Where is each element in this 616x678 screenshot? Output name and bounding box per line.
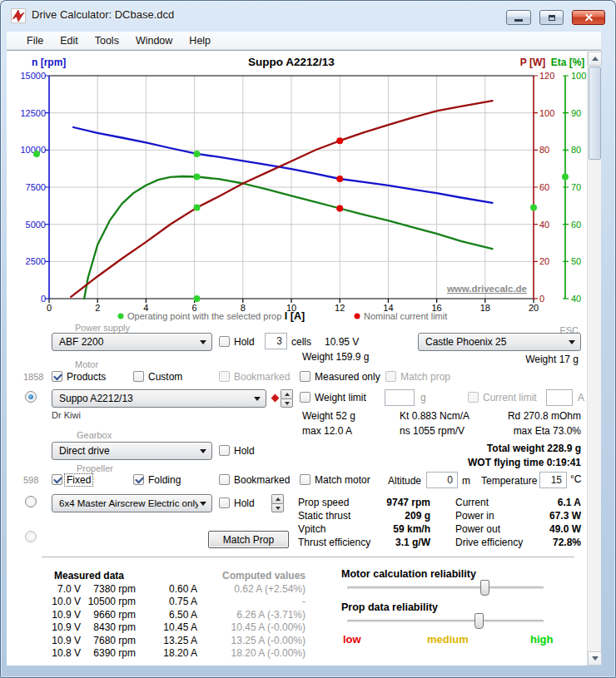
current-limit-checkbox[interactable]	[468, 392, 479, 403]
menu-item-tools[interactable]: Tools	[87, 33, 127, 48]
operating-point-marker	[194, 295, 201, 302]
slider-thumb[interactable]	[480, 580, 489, 596]
match-motor-checkbox[interactable]	[300, 474, 310, 485]
computed-values-header: Computed values	[222, 570, 306, 581]
content-area: 0250050007500100001250015000024681012141…	[7, 50, 601, 666]
motor-radio[interactable]	[25, 391, 37, 403]
battery-dropdown[interactable]: ABF 2200	[52, 333, 212, 351]
svg-text:5000: 5000	[26, 220, 46, 230]
menu-item-window[interactable]: Window	[127, 33, 181, 48]
gearbox-dropdown[interactable]: Direct drive	[52, 442, 212, 460]
measured-data-cell: 6390 rpm	[93, 647, 136, 659]
svg-text:7500: 7500	[26, 182, 46, 192]
svg-text:12: 12	[335, 303, 345, 313]
weight-limit-input[interactable]	[385, 389, 415, 406]
svg-text:80: 80	[539, 145, 549, 155]
match-prop-label: Match prop	[400, 371, 450, 383]
current-limit-unit: A	[578, 392, 584, 403]
measured-data-cell: 10.8 V	[52, 647, 81, 659]
propeller-radio[interactable]	[25, 496, 37, 507]
battery-hold-checkbox[interactable]	[219, 336, 230, 347]
weight-limit-label: Weight limit	[315, 392, 366, 403]
motor-kt: Kt 0.883 Ncm/A	[400, 410, 469, 422]
svg-text:18: 18	[480, 303, 490, 313]
title-bar[interactable]: Drive Calculator: DCbase.dcd	[0, 0, 616, 32]
svg-text:I [A]: I [A]	[285, 310, 305, 322]
result-label: Power in	[455, 510, 494, 522]
svg-text:50: 50	[571, 256, 581, 266]
svg-text:20: 20	[529, 303, 539, 313]
result-value: 3.1 g/W	[395, 537, 430, 548]
computed-value-cell: 13.25 A (-0.00%)	[231, 635, 306, 646]
measured-data-cell: 0.60 A	[169, 583, 197, 595]
curve-efficiency	[84, 176, 492, 299]
chevron-down-icon	[569, 340, 575, 344]
menu-item-file[interactable]: File	[18, 33, 52, 48]
measured-data-cell: 10.0 V	[52, 596, 81, 607]
gearbox-value: Direct drive	[59, 445, 110, 457]
prop-hold-checkbox[interactable]	[219, 497, 230, 508]
scroll-down-button[interactable]	[588, 651, 602, 666]
motor-count: 1858	[23, 372, 43, 382]
temperature-unit: °C	[570, 473, 581, 485]
result-label: Static thrust	[298, 510, 350, 522]
match-prop-checkbox[interactable]	[385, 371, 396, 382]
vertical-scrollbar[interactable]	[587, 52, 601, 666]
chart-svg: 0250050007500100001250015000024681012141…	[7, 51, 601, 325]
prop-hold-label: Hold	[234, 497, 255, 509]
svg-text:0: 0	[539, 294, 544, 304]
menu-item-edit[interactable]: Edit	[52, 33, 87, 48]
prop-reliability-slider[interactable]	[347, 613, 544, 629]
svg-text:Eta [%]: Eta [%]	[551, 57, 585, 68]
temperature-input[interactable]: 15	[539, 472, 567, 488]
motor-products-checkbox[interactable]	[52, 371, 62, 382]
result-value: 9747 rpm	[386, 497, 430, 508]
current-limit-input[interactable]	[546, 389, 573, 406]
propeller-count: 598	[23, 475, 38, 485]
altitude-input[interactable]: 0	[426, 472, 458, 488]
svg-text:60: 60	[539, 182, 549, 192]
result-value: 6.1 A	[558, 497, 581, 508]
slider-track	[347, 586, 544, 589]
motor-weight: Weight 52 g	[302, 410, 355, 422]
nominal-limit-marker	[336, 137, 343, 144]
propeller-dropdown[interactable]: 6x4 Master Airscrew Electric only	[52, 494, 212, 512]
restore-button[interactable]	[539, 10, 564, 25]
match-prop-button[interactable]: Match Prop	[208, 531, 289, 548]
close-button[interactable]	[572, 10, 605, 25]
gearbox-label: Gearbox	[77, 430, 112, 440]
scrollbar-thumb[interactable]	[589, 67, 601, 160]
motor-custom-checkbox[interactable]	[133, 371, 144, 382]
window-title: Drive Calculator: DCbase.dcd	[32, 0, 174, 32]
measured-data-cell: 8430 rpm	[93, 621, 136, 633]
prop-fixed-checkbox[interactable]	[52, 474, 62, 485]
computed-value-cell: 18.20 A (-0.00%)	[231, 647, 306, 659]
minimize-icon	[514, 19, 523, 22]
measured-only-checkbox[interactable]	[300, 371, 310, 382]
cells-unit-label: cells	[291, 336, 311, 348]
prop-alt-radio[interactable]	[25, 531, 37, 542]
svg-text:n [rpm]: n [rpm]	[32, 57, 66, 68]
minimize-button[interactable]	[506, 10, 531, 25]
motor-reliability-slider[interactable]	[347, 580, 544, 596]
menu-item-help[interactable]: Help	[181, 33, 219, 48]
prop-folding-checkbox[interactable]	[133, 474, 144, 485]
arrow-down-icon	[592, 656, 599, 661]
motor-bookmarked-checkbox[interactable]	[219, 371, 230, 382]
gearbox-hold-checkbox[interactable]	[219, 445, 230, 456]
weight-limit-checkbox[interactable]	[300, 392, 310, 403]
altitude-label: Altitude	[388, 475, 421, 487]
weight-limit-unit: g	[420, 392, 426, 403]
prop-bookmarked-checkbox[interactable]	[219, 474, 230, 485]
motor-spinner[interactable]	[281, 389, 293, 408]
slider-thumb[interactable]	[474, 613, 484, 629]
battery-value: ABF 2200	[59, 336, 103, 348]
motor-dropdown[interactable]: Suppo A2212/13	[52, 389, 266, 408]
propeller-value: 6x4 Master Airscrew Electric only	[59, 498, 198, 508]
scroll-up-button[interactable]	[588, 52, 602, 66]
propeller-spinner[interactable]	[271, 494, 284, 512]
svg-text:Operating point with the selec: Operating point with the selected prop	[127, 311, 281, 321]
esc-dropdown[interactable]: Castle Phoenix 25	[418, 333, 581, 351]
cells-input[interactable]: 3	[265, 333, 287, 349]
motor-value: Suppo A2212/13	[59, 393, 133, 404]
